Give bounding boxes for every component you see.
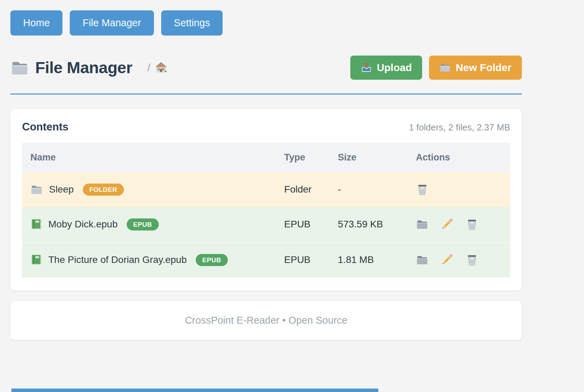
trash-icon <box>466 218 478 231</box>
folder-badge: FOLDER <box>83 184 124 196</box>
table-row-file-moby-dick: Moby Dick.epub EPUB EPUB 573.59 KB <box>22 207 510 242</box>
epub-badge: EPUB <box>196 254 228 266</box>
actions-cell <box>408 207 510 242</box>
name-cell: The Picture of Dorian Gray.epub EPUB <box>22 242 276 277</box>
page-header: File Manager / <box>10 56 522 80</box>
type-cell: EPUB <box>276 242 330 277</box>
name-cell: Moby Dick.epub EPUB <box>22 207 276 242</box>
nav-settings-button[interactable]: Settings <box>161 10 223 36</box>
trash-icon <box>416 183 429 196</box>
table-row-folder-sleep: Sleep FOLDER Folder - <box>22 172 510 207</box>
nav-home-button[interactable]: Home <box>10 10 62 36</box>
book-icon <box>30 254 42 266</box>
delete-button[interactable] <box>466 218 478 231</box>
upload-button[interactable]: Upload <box>350 56 422 80</box>
rename-button[interactable] <box>441 218 453 231</box>
contents-summary: 1 folders, 2 files, 2.37 MB <box>409 122 510 133</box>
column-header-name: Name <box>22 143 276 172</box>
epub-badge: EPUB <box>127 218 159 231</box>
item-name: Moby Dick.epub <box>48 219 118 230</box>
contents-heading: Contents <box>22 121 68 133</box>
page-container: Home File Manager Settings File Manager … <box>10 0 522 340</box>
title-group: File Manager / <box>10 58 167 77</box>
upload-button-label: Upload <box>377 61 412 74</box>
top-nav: Home File Manager Settings <box>10 0 522 36</box>
header-divider <box>10 94 522 95</box>
table-row-file-dorian-gray: The Picture of Dorian Gray.epub EPUB EPU… <box>22 242 510 277</box>
move-button[interactable] <box>416 254 428 266</box>
actions-cell <box>408 172 510 207</box>
breadcrumb: / <box>147 61 167 74</box>
footer-card: CrossPoint E-Reader • Open Source <box>10 301 522 340</box>
type-cell: Folder <box>276 172 330 207</box>
size-cell: - <box>330 172 408 207</box>
file-table-header: Name Type Size Actions <box>22 143 510 172</box>
folder-icon <box>10 58 29 77</box>
item-name: The Picture of Dorian Gray.epub <box>48 254 187 265</box>
size-cell: 573.59 KB <box>330 207 408 242</box>
item-name[interactable]: Sleep <box>49 184 74 195</box>
breadcrumb-separator: / <box>147 62 150 74</box>
trash-icon <box>466 254 478 266</box>
file-table: Name Type Size Actions <box>22 143 510 277</box>
new-folder-button-label: New Folder <box>456 61 512 74</box>
new-folder-button[interactable]: New Folder <box>429 56 522 80</box>
delete-button[interactable] <box>416 183 429 196</box>
folder-icon <box>439 62 451 73</box>
contents-card-header: Contents 1 folders, 2 files, 2.37 MB <box>22 121 510 133</box>
type-cell: EPUB <box>276 207 330 242</box>
contents-card: Contents 1 folders, 2 files, 2.37 MB Nam… <box>10 109 522 291</box>
footer-text: CrossPoint E-Reader • Open Source <box>185 315 347 326</box>
column-header-type: Type <box>276 143 330 172</box>
actions-cell <box>408 242 510 277</box>
column-header-actions: Actions <box>408 143 510 172</box>
pencil-icon <box>441 254 453 266</box>
name-cell: Sleep FOLDER <box>22 172 276 207</box>
rename-button[interactable] <box>441 254 453 266</box>
move-button[interactable] <box>416 218 428 231</box>
folder-icon <box>30 183 43 196</box>
nav-file-manager-button[interactable]: File Manager <box>70 10 154 36</box>
folder-icon <box>416 218 428 231</box>
cropped-blue-bar <box>11 389 378 392</box>
book-icon <box>30 218 42 230</box>
size-cell: 1.81 MB <box>330 242 408 277</box>
column-header-size: Size <box>330 143 408 172</box>
delete-button[interactable] <box>466 254 478 266</box>
pencil-icon <box>441 218 453 231</box>
folder-icon <box>416 254 428 266</box>
upload-tray-icon <box>361 62 372 73</box>
page-title: File Manager <box>35 58 132 77</box>
home-icon[interactable] <box>155 61 167 74</box>
